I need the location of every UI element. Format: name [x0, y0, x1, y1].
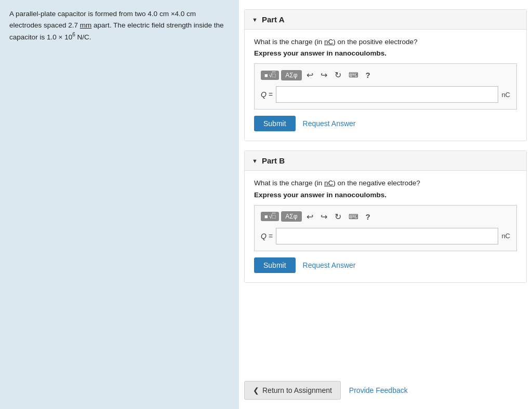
- part-b-redo-button[interactable]: ↪: [318, 211, 330, 223]
- part-b-header[interactable]: ▼ Part B: [245, 151, 526, 171]
- part-b-keyboard-button[interactable]: ⌨: [346, 212, 361, 222]
- part-a-header[interactable]: ▼ Part A: [245, 10, 526, 30]
- part-b-body: What is the charge (in nC) on the negati…: [245, 171, 526, 282]
- part-a-input-row: Q = nC: [261, 86, 510, 103]
- part-b-reset-button[interactable]: ↻: [332, 211, 344, 223]
- provide-feedback-link[interactable]: Provide Feedback: [349, 386, 408, 394]
- part-b-input-row: Q = nC: [261, 228, 510, 244]
- part-a-submit-button[interactable]: Submit: [254, 116, 296, 131]
- part-b-answer-input[interactable]: [276, 228, 498, 244]
- part-a-answer-box: ■ √□ ΑΣφ ↩ ↪ ↻ ⌨ ? Q = nC: [254, 63, 517, 110]
- part-a-template-button[interactable]: ■ √□: [261, 71, 279, 80]
- part-a-body: What is the charge (in nC) on the positi…: [245, 30, 526, 141]
- part-a-reset-button[interactable]: ↻: [332, 69, 344, 81]
- part-b-toolbar: ■ √□ ΑΣφ ↩ ↪ ↻ ⌨ ?: [261, 211, 510, 223]
- part-a-action-row: Submit Request Answer: [254, 116, 517, 131]
- part-a-toolbar: ■ √□ ΑΣφ ↩ ↪ ↻ ⌨ ?: [261, 69, 510, 81]
- part-b-unit: nC: [501, 232, 510, 240]
- part-b-submit-button[interactable]: Submit: [254, 257, 296, 273]
- problem-text: A parallel-plate capacitor is formed fro…: [9, 8, 230, 43]
- part-b-title: Part B: [262, 156, 285, 165]
- part-b-section: ▼ Part B What is the charge (in nC) on t…: [244, 151, 527, 282]
- part-a-greek-button[interactable]: ΑΣφ: [281, 70, 301, 80]
- part-a-unit: nC: [501, 91, 510, 99]
- part-a-instruction: Express your answer in nanocoulombs.: [254, 49, 517, 57]
- right-panel: ▼ Part A What is the charge (in nC) on t…: [239, 0, 532, 409]
- part-b-template-button[interactable]: ■ √□: [261, 212, 279, 221]
- part-b-instruction: Express your answer in nanocoulombs.: [254, 191, 517, 199]
- return-to-assignment-button[interactable]: ❮ Return to Assignment: [244, 381, 341, 400]
- part-b-request-answer-link[interactable]: Request Answer: [303, 261, 356, 269]
- return-arrow-icon: ❮: [253, 386, 259, 394]
- problem-panel: A parallel-plate capacitor is formed fro…: [0, 0, 239, 409]
- bottom-bar: ❮ Return to Assignment Provide Feedback: [239, 372, 532, 409]
- part-b-greek-button[interactable]: ΑΣφ: [281, 211, 301, 222]
- part-a-question: What is the charge (in nC) on the positi…: [254, 37, 517, 47]
- part-b-help-button[interactable]: ?: [363, 211, 373, 222]
- part-a-request-answer-link[interactable]: Request Answer: [303, 119, 356, 128]
- part-a-collapse-arrow: ▼: [252, 17, 258, 23]
- part-b-q-label: Q =: [261, 232, 273, 240]
- part-b-undo-button[interactable]: ↩: [304, 211, 316, 223]
- part-a-q-label: Q =: [261, 90, 273, 99]
- return-label: Return to Assignment: [262, 386, 332, 394]
- part-b-collapse-arrow: ▼: [252, 158, 258, 164]
- part-a-section: ▼ Part A What is the charge (in nC) on t…: [244, 9, 527, 141]
- part-b-question: What is the charge (in nC) on the negati…: [254, 178, 517, 188]
- part-a-keyboard-button[interactable]: ⌨: [346, 70, 361, 80]
- part-a-redo-button[interactable]: ↪: [318, 69, 330, 81]
- part-b-answer-box: ■ √□ ΑΣφ ↩ ↪ ↻ ⌨ ? Q = nC: [254, 205, 517, 251]
- part-a-answer-input[interactable]: [276, 86, 498, 103]
- part-a-help-button[interactable]: ?: [363, 70, 373, 80]
- part-a-title: Part A: [262, 15, 285, 24]
- part-a-undo-button[interactable]: ↩: [304, 69, 316, 81]
- part-b-action-row: Submit Request Answer: [254, 257, 517, 273]
